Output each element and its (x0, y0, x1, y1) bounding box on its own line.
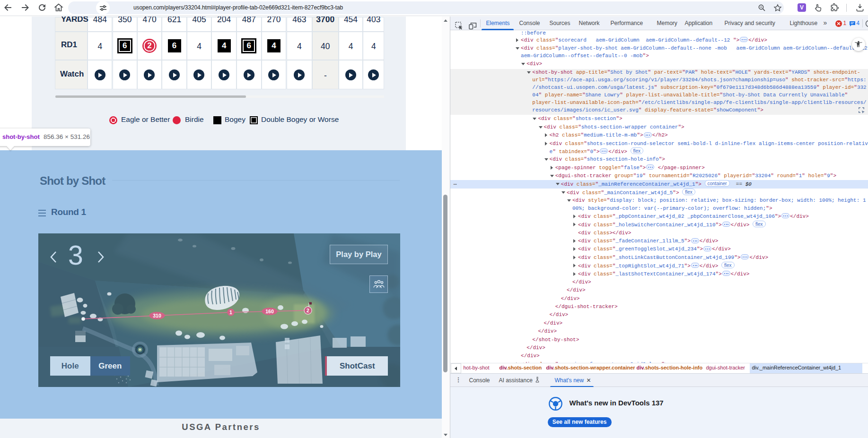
svg-text:2: 2 (307, 308, 309, 313)
svg-text:310: 310 (153, 313, 161, 318)
svg-text:160: 160 (265, 309, 274, 314)
svg-text:1: 1 (229, 309, 232, 315)
